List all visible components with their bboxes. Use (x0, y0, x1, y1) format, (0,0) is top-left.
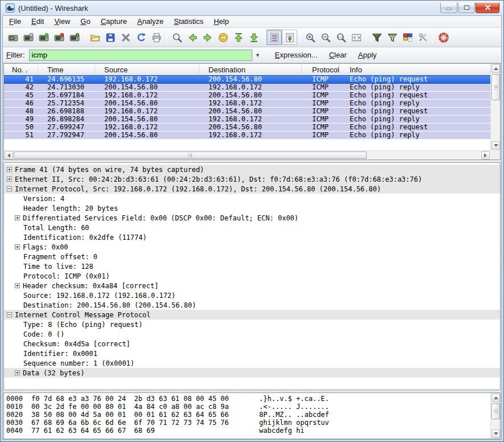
expand-icon[interactable] (15, 283, 20, 288)
hex-vertical-scrollbar[interactable] (490, 393, 500, 439)
colorize-button[interactable] (267, 30, 282, 45)
detail-line[interactable]: Sequence number: 1 (0x0001) (4, 358, 500, 368)
zoom-out-button[interactable] (318, 30, 333, 45)
scroll-down-button[interactable] (491, 141, 500, 150)
filter-dropdown-button[interactable]: ▼ (253, 50, 263, 61)
preferences-button[interactable] (415, 30, 431, 45)
go-to-bottom-button[interactable] (246, 30, 261, 45)
detail-line[interactable]: Checksum: 0x4d5a [correct] (4, 339, 500, 349)
hex-scroll-up-button[interactable] (491, 394, 500, 402)
open-file-button[interactable] (87, 30, 103, 45)
detail-line[interactable]: Ethernet II, Src: 00:24:2b:d3:63:61 (00:… (4, 174, 500, 184)
detail-line[interactable]: Identification: 0x2dfe (11774) (4, 232, 500, 242)
menu-capture[interactable]: Capture (96, 16, 132, 27)
scroll-left-button[interactable] (5, 151, 13, 159)
detail-line[interactable]: Data (32 bytes) (4, 368, 500, 378)
detail-line[interactable]: Flags: 0x00 (4, 242, 500, 252)
column-header-destination[interactable]: Destination (199, 64, 302, 75)
filter-input[interactable] (29, 50, 252, 61)
hex-dump-body[interactable]: 0000f0 7d 68 e3 a3 76 00 24 2b d3 63 61 … (4, 393, 490, 439)
detail-line[interactable]: Version: 4 (4, 194, 500, 203)
hex-bytes[interactable]: 77 61 62 63 64 65 66 67 68 69 (31, 427, 259, 435)
detail-line[interactable]: Type: 8 (Echo (ping) request) (4, 320, 500, 329)
close-file-button[interactable] (118, 30, 133, 45)
column-header-no[interactable]: No. . (4, 64, 38, 75)
close-button[interactable] (476, 3, 499, 13)
hex-row[interactable]: 0000f0 7d 68 e3 a3 76 00 24 2b d3 63 61 … (6, 395, 490, 403)
go-to-packet-button[interactable] (215, 30, 231, 45)
horizontal-scroll-thumb[interactable] (14, 152, 367, 159)
packet-row-49[interactable]: 4926.898284200.154.56.80192.168.0.172ICM… (4, 116, 490, 124)
expand-icon[interactable] (7, 167, 12, 172)
vertical-scroll-thumb[interactable] (491, 74, 500, 100)
column-header-source[interactable]: Source (95, 64, 199, 75)
reload-button[interactable] (133, 30, 149, 45)
detail-line[interactable]: Frame 41 (74 bytes on wire, 74 bytes cap… (4, 165, 500, 174)
detail-line[interactable]: Internet Control Message Protocol (4, 310, 500, 320)
column-header-time[interactable]: Time (38, 64, 95, 75)
detail-line[interactable]: Protocol: ICMP (0x01) (4, 271, 500, 281)
go-to-top-button[interactable] (231, 30, 246, 45)
capture-stop-button[interactable] (51, 30, 67, 45)
detail-line[interactable]: Total Length: 60 (4, 223, 500, 232)
coloring-rules-button[interactable] (400, 30, 415, 45)
menu-help[interactable]: Help (208, 16, 234, 27)
scroll-up-button[interactable] (491, 64, 500, 73)
packet-list-horizontal-scrollbar[interactable] (4, 150, 490, 159)
capture-restart-button[interactable] (67, 30, 82, 45)
hex-row[interactable]: 001000 3c 2d fe 00 00 80 01 4a 84 c0 a8 … (6, 403, 490, 411)
hex-ascii[interactable]: ghijklmn opqrstuv (259, 419, 329, 427)
detail-line[interactable]: Time to live: 128 (4, 261, 500, 271)
menu-file[interactable]: File (4, 16, 26, 27)
hex-vertical-scroll-thumb[interactable] (491, 403, 500, 419)
packet-row-48[interactable]: 4826.698188192.168.0.172200.154.56.80ICM… (4, 108, 490, 116)
hex-ascii[interactable]: wabcdefg hi (259, 427, 304, 435)
hex-row[interactable]: 003067 68 69 6a 6b 6c 6d 6e 6f 70 71 72 … (6, 419, 490, 427)
capture-options-button[interactable] (21, 30, 36, 45)
titlebar[interactable]: (Untitled) - Wireshark (2, 1, 502, 15)
menu-view[interactable]: View (49, 16, 75, 27)
packet-row-46[interactable]: 4625.712354200.154.56.80192.168.0.172ICM… (4, 100, 490, 108)
detail-line[interactable]: Code: 0 () (4, 329, 500, 339)
detail-line[interactable]: Source: 192.168.0.172 (192.168.0.172) (4, 290, 500, 300)
filter-apply-button[interactable]: Apply (354, 48, 382, 62)
print-button[interactable] (149, 30, 164, 45)
packet-row-51[interactable]: 5127.792947200.154.56.80192.168.0.172ICM… (4, 132, 490, 140)
detail-line[interactable]: Header length: 20 bytes (4, 203, 500, 213)
hex-scroll-down-button[interactable] (491, 429, 500, 438)
packet-row-42[interactable]: 4224.713030200.154.56.80192.168.0.172ICM… (4, 84, 490, 92)
packet-row-50[interactable]: 5027.699247192.168.0.172200.154.56.80ICM… (4, 124, 490, 132)
expand-icon[interactable] (15, 215, 20, 220)
interface-list-button[interactable] (5, 30, 21, 45)
hex-bytes[interactable]: 67 68 69 6a 6b 6c 6d 6e 6f 70 71 72 73 7… (31, 419, 259, 427)
help-button[interactable] (436, 30, 451, 45)
save-file-button[interactable] (103, 30, 118, 45)
collapse-icon[interactable] (7, 186, 12, 191)
display-filter-button[interactable] (384, 30, 400, 45)
expand-icon[interactable] (15, 244, 20, 249)
detail-line[interactable]: Differentiated Services Field: 0x00 (DSC… (4, 213, 500, 223)
go-back-button[interactable] (185, 30, 200, 45)
filter-clear-button[interactable]: Clear (325, 48, 351, 62)
menu-analyze[interactable]: Analyze (132, 16, 169, 27)
menu-statistics[interactable]: Statistics (169, 16, 208, 27)
detail-line[interactable]: Destination: 200.154.56.80 (200.154.56.8… (4, 300, 500, 310)
detail-line[interactable]: Internet Protocol, Src: 192.168.0.172 (1… (4, 184, 500, 194)
detail-line[interactable]: Fragment offset: 0 (4, 252, 500, 261)
hex-ascii[interactable]: 8P..MZ.. ..abcdef (259, 411, 329, 419)
auto-scroll-button[interactable] (282, 30, 297, 45)
zoom-in-button[interactable] (302, 30, 318, 45)
hex-ascii[interactable]: .<-..... J....... (259, 403, 329, 411)
packet-list-vertical-scrollbar[interactable] (490, 64, 500, 150)
collapse-icon[interactable] (7, 312, 12, 317)
capture-filter-button[interactable] (369, 30, 384, 45)
hex-ascii[interactable]: .}h..v.$ +.ca..E. (259, 395, 329, 403)
resize-columns-button[interactable] (349, 30, 364, 45)
expand-icon[interactable] (15, 370, 20, 375)
expand-icon[interactable] (7, 177, 12, 182)
capture-start-button[interactable] (36, 30, 51, 45)
filter-expression-button[interactable]: Expression... (271, 48, 322, 62)
menu-edit[interactable]: Edit (26, 16, 49, 27)
packet-row-41[interactable]: 4124.696135192.168.0.172200.154.56.80ICM… (4, 75, 490, 84)
go-forward-button[interactable] (200, 30, 215, 45)
